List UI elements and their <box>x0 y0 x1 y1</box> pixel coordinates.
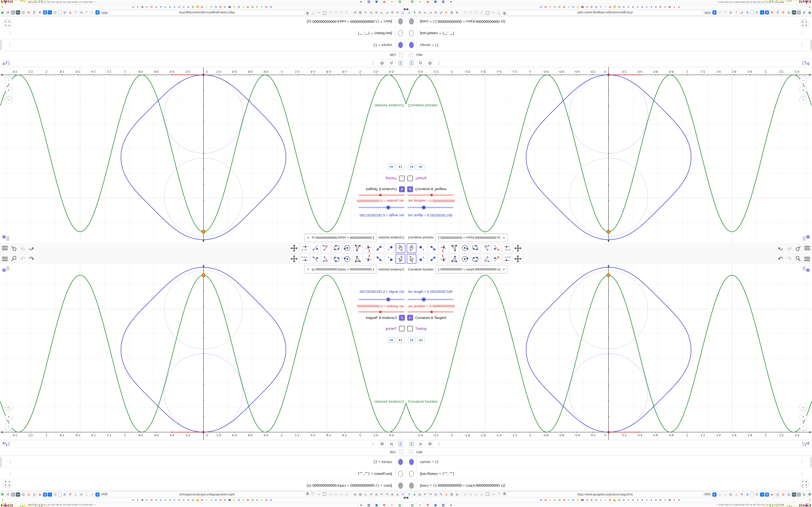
settings-gear-icon[interactable]: ⚙ <box>358 10 363 15</box>
community-favicon[interactable]: ✦ <box>223 5 227 9</box>
tool-circle-center-point-button[interactable] <box>460 243 469 253</box>
main-menu-icon[interactable] <box>804 257 810 261</box>
bookmark-star-icon[interactable]: ☆ <box>90 492 95 497</box>
globe-icon[interactable]: ⊕ <box>374 10 379 15</box>
visibility-marble[interactable] <box>399 459 403 465</box>
settings-app-icon[interactable]: ✿ <box>382 0 387 5</box>
arc-position-slider-knob[interactable] <box>379 311 382 313</box>
redo-icon[interactable]: ↷ <box>20 256 26 262</box>
tool-angle-button[interactable]: α <box>321 254 331 264</box>
community-favicon[interactable]: ✦ <box>132 498 135 502</box>
ud-shield-icon[interactable]: UD <box>16 11 20 15</box>
arc-length-value[interactable]: Arc length = 6.283185307180 <box>408 290 452 294</box>
zoom-in-icon[interactable]: + <box>5 87 12 94</box>
collapse-icon[interactable]: ‒ <box>409 450 413 454</box>
arc-length-value[interactable]: Arc length = 6.283185307180 <box>360 213 404 217</box>
wikipedia-favicon[interactable]: W <box>228 498 231 502</box>
translate-icon[interactable]: A <box>95 493 100 497</box>
community-favicon[interactable]: ✦ <box>641 5 644 9</box>
google-favicon[interactable]: G <box>617 5 621 9</box>
main-menu-icon[interactable] <box>804 246 810 250</box>
forward-icon[interactable]: → <box>84 492 89 497</box>
row-kebab-icon[interactable]: ⋮ <box>8 39 12 51</box>
image-favicon[interactable]: ▨ <box>613 5 616 9</box>
reload-icon[interactable]: ↻ <box>79 492 84 497</box>
site-favicon[interactable]: ● <box>553 5 557 9</box>
google-favicon[interactable]: G <box>219 5 222 9</box>
graphics-view[interactable]: -2.4-2.2-2-1.8-1.6-1.4-1.2-1-0.8-0.6-0.4… <box>0 264 406 440</box>
google-favicon[interactable]: G <box>265 5 268 9</box>
gear-icon[interactable]: ⚙ <box>426 60 434 67</box>
globe-icon[interactable]: ⊕ <box>417 492 422 497</box>
tool-reflect-about-line-button[interactable] <box>492 254 501 264</box>
site-favicon[interactable]: ● <box>599 5 603 9</box>
back-icon[interactable]: ← <box>491 492 495 496</box>
history-forward-icon[interactable]: ↷ <box>428 10 433 15</box>
arc-length-slider[interactable] <box>359 207 405 208</box>
community-favicon[interactable]: ✦ <box>585 5 589 9</box>
visibility-marble[interactable] <box>399 483 403 489</box>
edit-icon[interactable]: ✎ <box>439 492 444 497</box>
visibility-marble[interactable] <box>399 31 403 37</box>
arc-position-point[interactable] <box>608 74 610 76</box>
tool-move-graphics-view-button[interactable] <box>289 243 299 253</box>
community-favicon[interactable]: ✦ <box>585 498 589 502</box>
algebra-row-funcs[interactable]: funcs= {1.000000000000 + cos(4.000000000… <box>0 15 406 27</box>
google-favicon[interactable]: G <box>571 498 575 502</box>
history-back-icon[interactable]: ↶ <box>385 10 389 15</box>
heart-icon[interactable]: ♡ <box>497 11 501 15</box>
tool-polygon-button[interactable] <box>449 254 459 264</box>
info-favicon[interactable]: i <box>604 498 607 502</box>
community-favicon[interactable]: ✦ <box>631 498 635 502</box>
image-favicon[interactable]: ▨ <box>613 498 616 502</box>
tool-slider-button[interactable]: a = 2 <box>502 254 512 264</box>
community-favicon[interactable]: ✦ <box>164 5 167 9</box>
google-favicon[interactable]: G <box>540 5 543 9</box>
graph-canvas[interactable]: -2.4-2.2-2-1.8-1.6-1.4-1.2-1-0.8-0.6-0.4… <box>0 264 406 440</box>
row-kebab-icon[interactable]: ⋮ <box>800 456 804 468</box>
gear-favicon[interactable]: ⚙ <box>141 5 144 9</box>
zoom-in-icon[interactable]: + <box>5 413 12 420</box>
tool-polygon-button[interactable] <box>353 254 363 264</box>
tool-ellipse-button[interactable] <box>332 243 342 253</box>
script-f-favicon[interactable]: f <box>672 5 676 9</box>
visibility-marble[interactable] <box>409 459 414 465</box>
row-kebab-icon[interactable]: ⋮ <box>800 468 804 480</box>
google-favicon[interactable]: G <box>659 498 662 502</box>
community-favicon[interactable]: ✦ <box>187 5 190 9</box>
back-icon[interactable]: ← <box>491 11 495 15</box>
google-favicon[interactable]: G <box>191 498 195 502</box>
reload-icon[interactable]: ↻ <box>728 492 733 497</box>
font-extension-icon[interactable]: A <box>745 492 750 497</box>
zoom-out-icon[interactable]: − <box>800 77 807 83</box>
kebab-menu-icon[interactable]: ⋮ <box>370 60 376 66</box>
mouse-oval-icon[interactable] <box>58 10 61 15</box>
check-favicon[interactable]: ✓ <box>242 5 245 9</box>
wikipedia-favicon[interactable]: W <box>581 498 584 502</box>
tool-reflect-about-line-button[interactable] <box>311 243 320 253</box>
kebab-menu-icon[interactable]: ⋮ <box>370 441 376 447</box>
firefox-icon[interactable]: ● <box>363 492 368 497</box>
curvature-max-point[interactable] <box>202 274 205 277</box>
address-bar[interactable]: https://www.geogebra.org/classic/aagcxh3… <box>507 492 704 497</box>
monitor-app-icon[interactable]: ▣ <box>433 502 439 507</box>
edit-icon[interactable]: ✎ <box>439 10 444 15</box>
tool-reflect-about-line-button[interactable] <box>311 254 320 264</box>
adblock-red-icon[interactable]: ● <box>770 10 774 15</box>
split-view-icon[interactable] <box>397 441 404 447</box>
graph-canvas[interactable]: -2.4-2.2-2-1.8-1.6-1.4-1.2-1-0.8-0.6-0.4… <box>0 67 406 243</box>
arc-position-value[interactable]: arc position = 0.000000000000 <box>357 304 404 308</box>
zoom-in-icon[interactable]: + <box>800 413 807 420</box>
google-favicon[interactable]: G <box>251 5 254 9</box>
fullscreen-icon[interactable] <box>800 479 809 488</box>
undo-icon[interactable]: ↶ <box>29 256 34 262</box>
google-favicon[interactable]: G <box>265 498 268 502</box>
community-favicon[interactable]: ✦ <box>182 498 185 502</box>
arc-length-value[interactable]: Arc length = 6.283185307180 <box>408 213 452 217</box>
ud-shield-icon[interactable]: UD <box>792 493 796 497</box>
community-favicon[interactable]: ✦ <box>168 498 171 502</box>
chart-app-icon[interactable]: ▥ <box>397 0 403 5</box>
heart-icon[interactable]: ♡ <box>311 492 315 496</box>
arc-position-point[interactable] <box>203 74 205 76</box>
trash-extension-icon[interactable]: ▯ <box>775 492 780 497</box>
